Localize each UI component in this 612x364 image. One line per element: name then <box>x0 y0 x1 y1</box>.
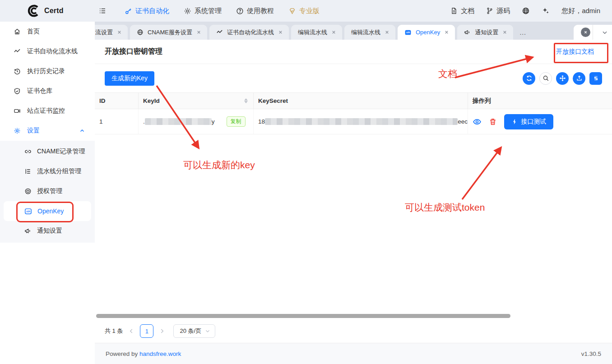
close-icon[interactable] <box>278 30 283 35</box>
sidebar-item-history[interactable]: 执行历史记录 <box>0 61 95 81</box>
horizontal-scrollbar[interactable] <box>96 314 510 318</box>
column-header-operations: 操作列 <box>468 93 612 109</box>
close-all-tabs-button[interactable] <box>574 25 593 40</box>
sidebar-item-label: 证书仓库 <box>27 87 52 95</box>
table-header-row: ID KeyId KeySecret 操作列 <box>95 93 612 109</box>
certd-logo-icon <box>26 4 40 18</box>
table-row: 1 . y 复制 18 eec <box>95 109 612 134</box>
top-header: Certd 证书自动化 <box>0 0 612 22</box>
column-settings-button[interactable] <box>589 72 602 85</box>
gear-icon <box>184 7 191 15</box>
api-test-button[interactable]: 接口测试 <box>504 114 553 129</box>
brand[interactable]: Certd <box>0 4 95 18</box>
sidebar-item-cname-records[interactable]: CNAME记录管理 <box>0 142 95 161</box>
tab-label: OpenKey <box>416 29 440 36</box>
chevron-up-icon <box>79 128 85 134</box>
nav-pro-edition[interactable]: 专业版 <box>285 7 323 15</box>
flash-test-icon <box>511 119 518 125</box>
next-page-icon[interactable] <box>159 328 165 334</box>
tab-cert-pipelines[interactable]: 证书自动化流水线 <box>209 25 289 40</box>
svg-text:API: API <box>406 31 410 34</box>
tab-openkey[interactable]: API OpenKey <box>398 25 455 40</box>
chevron-down-icon <box>205 328 210 334</box>
sidebar-item-pipeline-groups[interactable]: 流水线分组管理 <box>0 161 95 181</box>
pagination: 共 1 条 1 20 条/页 <box>95 322 612 340</box>
copy-button[interactable]: 复制 <box>227 116 246 127</box>
tab-list-dropdown-button[interactable] <box>593 25 612 40</box>
table-toolbar-icons <box>523 72 602 85</box>
megaphone-icon <box>24 227 32 235</box>
handsfree-link[interactable]: handsfree.work <box>139 350 181 357</box>
tab-edit-pipeline-2[interactable]: 编辑流水线 <box>344 25 395 40</box>
close-icon[interactable] <box>196 30 201 35</box>
source-code-link[interactable]: 源码 <box>486 7 510 15</box>
pipeline-icon <box>14 48 21 55</box>
nav-cert-automation-label: 证书自动化 <box>135 7 169 15</box>
nav-system-manage[interactable]: 系统管理 <box>180 7 225 15</box>
move-button[interactable] <box>556 72 569 85</box>
sliders-icon <box>593 75 599 82</box>
page-size-select[interactable]: 20 条/页 <box>173 324 215 338</box>
home-icon <box>14 28 21 35</box>
view-eye-icon[interactable] <box>473 117 482 126</box>
sidebar-item-settings[interactable]: 设置 <box>0 121 95 141</box>
tab-actions-panel <box>574 25 612 40</box>
sidebar-item-cert-repo[interactable]: 证书仓库 <box>0 81 95 101</box>
export-button[interactable] <box>573 72 585 85</box>
redacted-keysecret <box>265 118 458 125</box>
close-icon[interactable] <box>444 30 449 35</box>
sidebar-item-home[interactable]: 首页 <box>0 22 95 41</box>
settings-submenu: CNAME记录管理 流水线分组管理 授权管理 <box>0 141 95 243</box>
page-number-button[interactable]: 1 <box>140 324 153 338</box>
gear-icon <box>14 127 21 134</box>
nav-tutorial[interactable]: 使用教程 <box>232 7 278 15</box>
column-header-id[interactable]: ID <box>95 93 139 109</box>
close-icon[interactable] <box>117 30 122 35</box>
search-button[interactable] <box>539 72 552 85</box>
git-branch-icon <box>486 7 493 14</box>
tab-cname-service[interactable]: CNAME服务设置 <box>130 25 207 40</box>
question-circle-icon <box>236 7 244 15</box>
cell-keysecret: 18 eec <box>254 109 468 134</box>
docs-link[interactable]: 文档 <box>450 7 474 15</box>
refresh-button[interactable] <box>523 72 535 85</box>
api-test-label: 接口测试 <box>521 118 546 126</box>
sort-icon[interactable] <box>244 98 248 103</box>
nav-tutorial-label: 使用教程 <box>247 7 274 15</box>
generate-key-button[interactable]: 生成新的Key <box>105 71 154 86</box>
page-size-value: 20 条/页 <box>180 327 201 335</box>
tab-notify-settings[interactable]: 通知设置 <box>457 25 513 40</box>
pipeline-icon <box>216 29 223 36</box>
close-icon[interactable] <box>331 30 336 35</box>
sidebar-item-site-monitor[interactable]: 站点证书监控 <box>0 101 95 121</box>
sidebar-item-openkey[interactable]: API OpenKey <box>4 201 91 221</box>
sidebar-item-pipelines[interactable]: 证书自动化流水线 <box>0 41 95 61</box>
page-header-row: 开放接口密钥管理 开放接口文档 <box>95 40 612 64</box>
source-link-label: 源码 <box>496 7 510 15</box>
sidebar-collapse-icon[interactable] <box>95 7 110 15</box>
sidebar-item-label: OpenKey <box>37 207 64 215</box>
column-header-keyid[interactable]: KeyId <box>139 93 254 109</box>
column-header-keysecret[interactable]: KeySecret <box>254 93 468 109</box>
sidebar-item-label: 执行历史记录 <box>27 67 65 75</box>
prev-page-icon[interactable] <box>128 328 134 334</box>
language-globe-icon[interactable] <box>522 7 530 15</box>
tab-flow-settings[interactable]: 流设置 <box>95 25 128 40</box>
sidebar: 首页 证书自动化流水线 执行历史记录 证书仓库 <box>0 22 95 364</box>
delete-trash-icon[interactable] <box>489 118 497 126</box>
theme-sparkles-icon[interactable] <box>542 7 550 15</box>
cell-keyid: . y 复制 <box>139 109 254 134</box>
sidebar-item-notify-settings[interactable]: 通知设置 <box>0 221 95 241</box>
sidebar-item-label: 首页 <box>27 28 40 36</box>
tab-more-button[interactable]: … <box>515 25 531 40</box>
close-icon[interactable] <box>385 30 389 35</box>
open-api-doc-link[interactable]: 开放接口文档 <box>556 48 602 56</box>
sidebar-item-auth-manage[interactable]: 授权管理 <box>0 181 95 201</box>
tab-edit-pipeline-1[interactable]: 编辑流水线 <box>291 25 342 40</box>
user-greeting[interactable]: 您好，admin <box>561 7 600 15</box>
nav-system-label: 系统管理 <box>195 7 222 15</box>
tab-label: 通知设置 <box>475 28 498 37</box>
nav-cert-automation[interactable]: 证书自动化 <box>121 7 173 15</box>
close-icon[interactable] <box>502 30 507 35</box>
globe-icon <box>137 29 144 36</box>
